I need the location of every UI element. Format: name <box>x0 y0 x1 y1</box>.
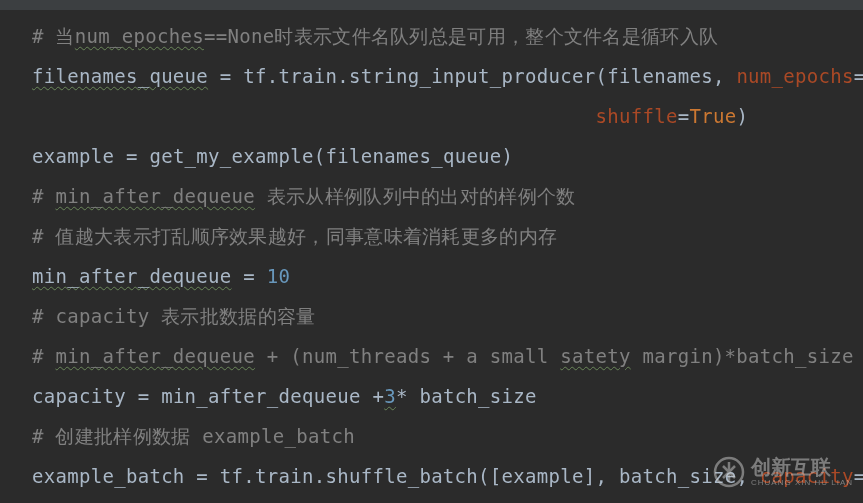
code-line: # min_after_dequeue 表示从样例队列中的出对的样例个数 <box>32 176 863 216</box>
function-call: tf.train.string_input_producer <box>243 65 595 87</box>
number-literal: 3 <box>384 385 396 407</box>
code-line: example = get_my_example(filenames_queue… <box>32 136 863 176</box>
watermark-sub-text: CHUANG XIN HU LIAN <box>751 479 853 487</box>
variable: min_after_dequeue <box>32 265 232 287</box>
code-line: capacity = min_after_dequeue +3* batch_s… <box>32 376 863 416</box>
comment-text: # 当num_epoches==None时表示文件名队列总是可用，整个文件名是循… <box>32 25 718 47</box>
boolean-literal: True <box>689 105 736 127</box>
function-call: tf.train.shuffle_batch <box>220 465 478 487</box>
keyword-arg: num_epochs <box>736 65 853 87</box>
function-call: get_my_example <box>149 145 313 167</box>
variable: example <box>32 145 114 167</box>
comment-text: # min_after_dequeue 表示从样例队列中的出对的样例个数 <box>32 185 576 207</box>
editor-top-bar <box>0 0 863 10</box>
code-line: filenames_queue = tf.train.string_input_… <box>32 56 863 96</box>
comment-text: # 创建批样例数据 example_batch <box>32 425 355 447</box>
variable: capacity <box>32 385 126 407</box>
code-line: # 值越大表示打乱顺序效果越好，同事意味着消耗更多的内存 <box>32 216 863 256</box>
code-line: # 创建批样例数据 example_batch <box>32 416 863 456</box>
variable: example_batch <box>32 465 185 487</box>
code-line: # capacity 表示批数据的容量 <box>32 296 863 336</box>
number-literal: 10 <box>267 265 290 287</box>
code-editor-area[interactable]: # 当num_epoches==None时表示文件名队列总是可用，整个文件名是循… <box>0 10 863 496</box>
variable: filenames_queue <box>32 65 208 87</box>
comment-text: # capacity 表示批数据的容量 <box>32 305 316 327</box>
code-line: min_after_dequeue = 10 <box>32 256 863 296</box>
code-line: # 当num_epoches==None时表示文件名队列总是可用，整个文件名是循… <box>32 16 863 56</box>
watermark-main-text: 创新互联 <box>751 457 853 477</box>
code-line: # min_after_dequeue + (num_threads + a s… <box>32 336 863 376</box>
comment-text: # 值越大表示打乱顺序效果越好，同事意味着消耗更多的内存 <box>32 225 557 247</box>
comment-text: # min_after_dequeue + (num_threads + a s… <box>32 345 854 367</box>
keyword-arg: shuffle <box>595 105 677 127</box>
watermark-icon <box>713 456 745 488</box>
watermark-logo: 创新互联 CHUANG XIN HU LIAN <box>713 456 853 488</box>
code-line: shuffle=True) <box>32 96 863 136</box>
